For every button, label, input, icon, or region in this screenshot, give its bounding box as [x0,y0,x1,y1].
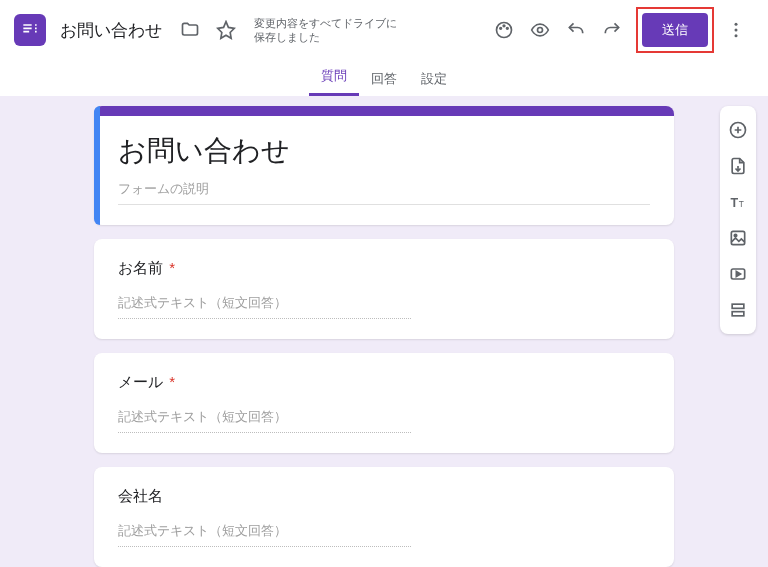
form-title[interactable]: お問い合わせ [118,132,650,170]
question-title[interactable]: メール * [118,373,650,392]
form-title-card[interactable]: お問い合わせ フォームの説明 [94,106,674,225]
answer-hint: 記述式テキスト（短文回答） [118,408,411,433]
svg-point-3 [507,28,509,30]
editor-tabs: 質問 回答 設定 [0,60,768,96]
tab-questions[interactable]: 質問 [309,59,359,96]
redo-icon[interactable] [600,18,624,42]
app-header: お問い合わせ 変更内容をすべてドライブに保存しました 送信 [0,0,768,60]
add-image-icon[interactable] [720,220,756,256]
answer-hint: 記述式テキスト（短文回答） [118,294,411,319]
required-mark: * [169,373,175,390]
svg-point-7 [735,34,738,37]
document-title[interactable]: お問い合わせ [60,19,162,42]
form-canvas: お問い合わせ フォームの説明 お名前 * 記述式テキスト（短文回答） メール *… [0,96,768,567]
question-title-text: メール [118,373,163,390]
form-description[interactable]: フォームの説明 [118,180,650,205]
question-card[interactable]: 会社名 記述式テキスト（短文回答） [94,467,674,567]
undo-icon[interactable] [564,18,588,42]
tab-settings[interactable]: 設定 [409,62,459,96]
send-button[interactable]: 送信 [642,13,708,47]
question-card[interactable]: メール * 記述式テキスト（短文回答） [94,353,674,453]
forms-logo[interactable] [14,14,46,46]
svg-point-5 [735,23,738,26]
preview-icon[interactable] [528,18,552,42]
answer-hint: 記述式テキスト（短文回答） [118,522,411,547]
question-title-text: 会社名 [118,487,163,504]
tab-responses[interactable]: 回答 [359,62,409,96]
svg-point-12 [734,234,737,237]
required-mark: * [169,259,175,276]
svg-point-2 [503,25,505,27]
palette-icon[interactable] [492,18,516,42]
svg-text:T: T [739,199,744,209]
add-title-icon[interactable]: TT [720,184,756,220]
svg-rect-11 [731,231,744,244]
svg-rect-15 [732,312,744,316]
send-button-highlight: 送信 [636,7,714,53]
svg-text:T: T [731,196,739,210]
svg-rect-14 [732,304,744,308]
save-status-text: 変更内容をすべてドライブに保存しました [254,16,404,45]
import-questions-icon[interactable] [720,148,756,184]
svg-point-4 [538,28,543,33]
more-icon[interactable] [724,18,748,42]
question-card[interactable]: お名前 * 記述式テキスト（短文回答） [94,239,674,339]
folder-icon[interactable] [178,18,202,42]
add-question-icon[interactable] [720,112,756,148]
star-icon[interactable] [214,18,238,42]
svg-point-6 [735,29,738,32]
question-title-text: お名前 [118,259,163,276]
question-title[interactable]: お名前 * [118,259,650,278]
floating-toolbar: TT [720,106,756,334]
add-video-icon[interactable] [720,256,756,292]
svg-point-1 [500,28,502,30]
add-section-icon[interactable] [720,292,756,328]
question-title[interactable]: 会社名 [118,487,650,506]
